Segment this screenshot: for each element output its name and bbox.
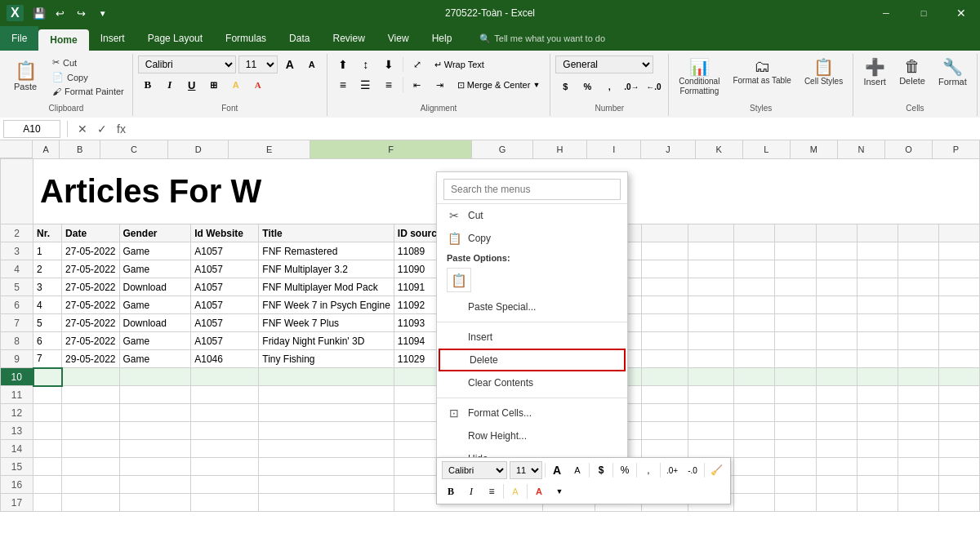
tab-pagelayout[interactable]: Page Layout [136, 26, 214, 51]
increase-decimal-button[interactable]: .0→ [621, 78, 641, 96]
wrap-text-button[interactable]: ↵ Wrap Text [430, 58, 489, 72]
cell-3-gender[interactable]: Game [119, 242, 191, 260]
mini-align-center-button[interactable]: ≡ [483, 482, 501, 500]
mini-dollar-button[interactable]: $ [592, 461, 610, 479]
cell-4-date[interactable]: 27-05-2022 [62, 260, 119, 278]
ctx-paste-special-item[interactable]: Paste Special... [437, 295, 627, 318]
align-left-button[interactable]: ≡ [332, 76, 354, 94]
tab-formulas[interactable]: Formulas [214, 26, 278, 51]
cell-7-title[interactable]: FNF Week 7 Plus [259, 314, 394, 332]
number-format-select[interactable]: General [555, 56, 653, 73]
increase-font-button[interactable]: A [280, 56, 300, 73]
tell-me-input[interactable]: Tell me what you want to do [494, 33, 605, 43]
ctx-paste-option-1[interactable]: 📋 [447, 268, 471, 292]
font-size-select[interactable]: 11 [238, 56, 278, 73]
col-header-g[interactable]: G [472, 140, 533, 158]
cell-10-a[interactable] [33, 368, 62, 386]
format-painter-button[interactable]: 🖌 Format Painter [49, 85, 127, 98]
cell-10-d[interactable] [191, 368, 259, 386]
mini-increase-font-button[interactable]: A [548, 461, 566, 479]
header-gender[interactable]: Gender [119, 224, 191, 242]
delete-cells-button[interactable]: 🗑 Delete [894, 56, 930, 87]
align-right-button[interactable]: ≡ [378, 76, 399, 94]
indent-increase-button[interactable]: ⇥ [430, 76, 451, 94]
percent-button[interactable]: % [577, 78, 597, 96]
col-header-j[interactable]: J [641, 140, 695, 158]
ctx-cut-item[interactable]: ✂ Cut [437, 204, 627, 227]
decrease-decimal-button[interactable]: ←.0 [644, 78, 663, 96]
ctx-delete-item[interactable]: Delete [439, 349, 626, 371]
mini-comma-button[interactable]: , [639, 461, 657, 479]
cell-7-gender[interactable]: Download [119, 314, 191, 332]
cell-4-id[interactable]: A1057 [191, 260, 259, 278]
col-header-k[interactable]: K [696, 140, 743, 158]
format-cells-button[interactable]: 🔧 Format [933, 56, 972, 88]
cell-3-title[interactable]: FNF Remastered [259, 242, 394, 260]
col-header-a[interactable]: A [33, 140, 60, 158]
cell-6-nr[interactable]: 4 [33, 296, 62, 314]
underline-button[interactable]: U [182, 76, 202, 94]
tab-view[interactable]: View [376, 26, 421, 51]
col-header-e[interactable]: E [229, 140, 310, 158]
save-button[interactable]: 💾 [30, 4, 48, 22]
mini-clear-button[interactable]: 🧹 [707, 461, 725, 479]
ctx-copy-item[interactable]: 📋 Copy [437, 227, 627, 250]
cell-6-title[interactable]: FNF Week 7 in Psych Engine [259, 296, 394, 314]
insert-cells-button[interactable]: ➕ Insert [858, 56, 891, 88]
cell-5-gender[interactable]: Download [119, 278, 191, 296]
ctx-format-cells-item[interactable]: ⊡ Format Cells... [437, 402, 627, 424]
tab-insert[interactable]: Insert [89, 26, 136, 51]
font-color-button[interactable]: A [248, 76, 268, 94]
header-nr[interactable]: Nr. [33, 224, 62, 242]
cell-9-id[interactable]: A1046 [191, 350, 259, 368]
cell-4-title[interactable]: FNF Multiplayer 3.2 [259, 260, 394, 278]
font-name-select[interactable]: Calibri [138, 56, 236, 73]
mini-font-color-dropdown[interactable]: ▼ [550, 482, 568, 500]
col-header-l[interactable]: L [743, 140, 791, 158]
col-header-b[interactable]: B [60, 140, 100, 158]
mini-font-color-button[interactable]: A [530, 482, 548, 500]
cell-7-id[interactable]: A1057 [191, 314, 259, 332]
mini-size-select[interactable]: 11 [510, 461, 542, 479]
indent-decrease-button[interactable]: ⇤ [407, 76, 428, 94]
mini-percent-button[interactable]: % [616, 461, 634, 479]
mini-decrease-decimal-button[interactable]: -.0 [684, 461, 702, 479]
maximize-button[interactable]: □ [905, 0, 942, 26]
borders-button[interactable]: ⊞ [204, 76, 224, 94]
redo-button[interactable]: ↪ [73, 4, 91, 22]
tab-review[interactable]: Review [321, 26, 376, 51]
comma-button[interactable]: , [599, 78, 619, 96]
decrease-font-button[interactable]: A [302, 56, 322, 73]
insert-function-button[interactable]: fx [114, 121, 129, 137]
accounting-button[interactable]: $ [555, 78, 575, 96]
cut-button[interactable]: ✂ Cut [49, 56, 127, 69]
align-center-button[interactable]: ☰ [355, 76, 376, 94]
text-direction-button[interactable]: ⤢ [407, 56, 428, 73]
mini-italic-button[interactable]: I [462, 482, 480, 500]
align-middle-button[interactable]: ↕ [355, 56, 376, 73]
mini-decrease-font-button[interactable]: A [568, 461, 586, 479]
cell-reference-box[interactable] [3, 120, 60, 138]
cell-7-date[interactable]: 27-05-2022 [62, 314, 119, 332]
undo-button[interactable]: ↩ [51, 4, 69, 22]
conditional-formatting-button[interactable]: 📊 ConditionalFormatting [674, 56, 724, 98]
cell-8-gender[interactable]: Game [119, 332, 191, 350]
cell-5-date[interactable]: 27-05-2022 [62, 278, 119, 296]
cell-5-nr[interactable]: 3 [33, 278, 62, 296]
col-header-m[interactable]: M [791, 140, 838, 158]
cell-3-id[interactable]: A1057 [191, 242, 259, 260]
paste-button[interactable]: 📋 Paste [5, 56, 46, 98]
col-header-p[interactable]: P [933, 140, 980, 158]
cell-3-nr[interactable]: 1 [33, 242, 62, 260]
cell-10-b[interactable] [62, 368, 119, 386]
col-header-o[interactable]: O [885, 140, 933, 158]
col-header-i[interactable]: I [587, 140, 641, 158]
align-top-button[interactable]: ⬆ [332, 56, 354, 73]
cell-3-date[interactable]: 27-05-2022 [62, 242, 119, 260]
col-header-h[interactable]: H [533, 140, 587, 158]
align-bottom-button[interactable]: ⬇ [378, 56, 399, 73]
mini-font-select[interactable]: Calibri [442, 461, 507, 479]
cell-9-gender[interactable]: Game [119, 350, 191, 368]
customize-qat-button[interactable]: ▼ [94, 4, 112, 22]
mini-fill-color-button[interactable]: A [506, 482, 524, 500]
